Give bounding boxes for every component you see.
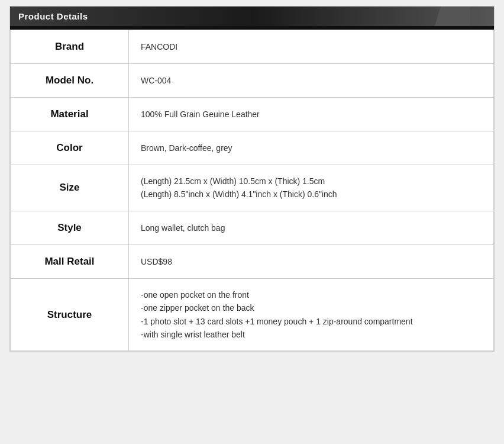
product-details-container: Product Details BrandFANCODIModel No.WC-… [9, 6, 495, 352]
value-line: (Length) 21.5cm x (Width) 10.5cm x (Thic… [141, 175, 482, 188]
value-cell-2: 100% Full Grain Geuine Leather [129, 98, 494, 131]
value-line: -one zipper pocket on the back [141, 301, 482, 314]
table-row: StyleLong wallet, clutch bag [11, 211, 494, 244]
label-cell-1: Model No. [11, 64, 129, 98]
table-row: Structure-one open pocket on the front-o… [11, 278, 494, 351]
label-cell-7: Structure [11, 278, 129, 351]
value-line: -with single wrist leather belt [141, 328, 482, 341]
table-row: BrandFANCODI [11, 30, 494, 64]
table-wrapper: BrandFANCODIModel No.WC-004Material100% … [10, 30, 494, 351]
value-cell-1: WC-004 [129, 64, 494, 98]
table-row: Material100% Full Grain Geuine Leather [11, 98, 494, 131]
label-cell-2: Material [11, 98, 129, 131]
value-line: -one open pocket on the front [141, 288, 482, 301]
header-title: Product Details [18, 11, 88, 21]
value-cell-3: Brown, Dark-coffee, grey [129, 131, 494, 165]
value-cell-0: FANCODI [129, 30, 494, 64]
value-cell-7: -one open pocket on the front-one zipper… [129, 278, 494, 351]
table-row: Mall RetailUSD$98 [11, 244, 494, 278]
table-row: Size(Length) 21.5cm x (Width) 10.5cm x (… [11, 165, 494, 211]
label-cell-6: Mall Retail [11, 244, 129, 278]
table-row: Model No.WC-004 [11, 64, 494, 98]
label-cell-5: Style [11, 211, 129, 244]
header-bar: Product Details [10, 7, 494, 26]
value-cell-6: USD$98 [129, 244, 494, 278]
label-cell-0: Brand [11, 30, 129, 64]
label-cell-3: Color [11, 131, 129, 165]
table-row: ColorBrown, Dark-coffee, grey [11, 131, 494, 165]
value-cell-4: (Length) 21.5cm x (Width) 10.5cm x (Thic… [129, 165, 494, 211]
value-line: -1 photo slot + 13 card slots +1 money p… [141, 315, 482, 328]
label-cell-4: Size [11, 165, 129, 211]
value-cell-5: Long wallet, clutch bag [129, 211, 494, 244]
value-line: (Length) 8.5"inch x (Width) 4.1"inch x (… [141, 188, 482, 201]
product-table: BrandFANCODIModel No.WC-004Material100% … [10, 30, 494, 351]
